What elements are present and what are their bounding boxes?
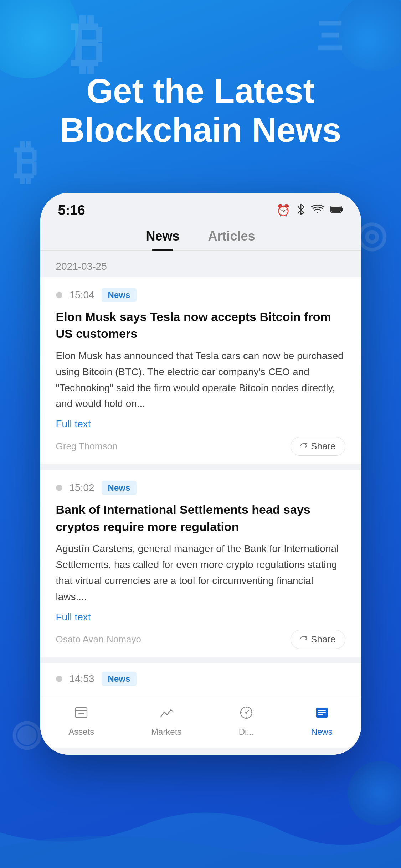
markets-icon [159,705,174,724]
news-time-3: 14:53 [70,673,94,684]
news-title-2: Bank of International Settlements head s… [56,501,345,535]
hero-line2: Blockchain News [60,110,341,150]
news-meta-2: 15:02 News [56,481,345,495]
news-time-2: 15:02 [70,482,94,494]
nav-label-assets: Assets [68,727,94,737]
share-icon-2 [300,635,307,644]
news-icon [314,705,330,724]
tab-articles[interactable]: Articles [208,229,255,250]
news-time-1: 15:04 [70,289,94,301]
tab-news[interactable]: News [146,229,179,250]
nav-label-news: News [311,727,333,737]
date-header: 2021-03-25 [40,251,361,277]
nav-item-assets[interactable]: Assets [68,705,94,737]
news-item-3-partial: 14:53 News [40,663,361,696]
share-button-2[interactable]: Share [291,630,345,649]
decor-circle-topright [337,0,401,71]
news-badge-2: News [102,481,137,495]
background: ₿ Ξ ₿ ◎ ◉ Get the Latest Blockchain News… [0,0,401,868]
phone-wrapper: 5:16 ⏰ [40,193,361,755]
svg-rect-3 [76,708,87,718]
nav-item-discover[interactable]: Di... [238,705,254,737]
news-badge-1: News [102,288,137,302]
alarm-icon: ⏰ [276,203,291,217]
svg-rect-1 [341,208,343,211]
news-footer-1: Greg Thomson Share [56,437,345,456]
bluetooth-icon [297,203,305,217]
news-meta-1: 15:04 News [56,288,345,302]
status-bar: 5:16 ⏰ [40,193,361,222]
news-item-1: 15:04 News Elon Musk says Tesla now acce… [40,277,361,464]
news-title-1: Elon Musk says Tesla now accepts Bitcoin… [56,309,345,342]
news-dot-3 [56,676,62,682]
share-icon-1 [300,442,307,451]
share-label-2: Share [311,634,335,645]
share-button-1[interactable]: Share [291,437,345,456]
share-label-1: Share [311,441,335,452]
phone-mockup: 5:16 ⏰ [40,193,361,755]
watermark-bitcoin: ₿ [71,7,103,81]
news-fulltext-link-1[interactable]: Full text [56,418,345,430]
status-icons: ⏰ [276,203,343,217]
tabs-bar: News Articles [40,222,361,251]
news-item-2: 15:02 News Bank of International Settlem… [40,470,361,657]
hero-section: Get the Latest Blockchain News [38,71,363,150]
news-badge-3: News [102,672,137,686]
watermark-crypto1: ₿ [14,135,37,189]
news-meta-3: 14:53 News [56,672,345,686]
nav-label-markets: Markets [151,727,181,737]
news-content: 2021-03-25 15:04 News Elon Musk says Tes… [40,251,361,755]
nav-item-markets[interactable]: Markets [151,705,181,737]
news-body-2: Agustín Carstens, general manager of the… [56,541,345,605]
status-time: 5:16 [58,203,85,218]
nav-label-discover: Di... [239,727,254,737]
discover-icon [238,705,254,724]
hero-line1: Get the Latest [60,71,341,110]
news-fulltext-link-2[interactable]: Full text [56,611,345,623]
nav-item-news[interactable]: News [311,705,333,737]
bottom-nav: Assets Markets [40,696,361,748]
wifi-icon [311,204,324,217]
news-body-1: Elon Musk has announced that Tesla cars … [56,348,345,412]
news-dot-2 [56,485,62,491]
watermark-crypto3: ◉ [11,712,42,754]
svg-rect-2 [331,207,341,212]
decor-circle-topleft [0,0,78,78]
watermark-ethereum: Ξ [317,11,344,60]
news-dot-1 [56,292,62,298]
news-author-2: Osato Avan-Nomayo [56,634,141,645]
wave-decoration [0,797,401,868]
assets-icon [73,705,89,724]
news-footer-2: Osato Avan-Nomayo Share [56,630,345,649]
battery-icon [330,204,343,217]
news-author-1: Greg Thomson [56,441,118,452]
